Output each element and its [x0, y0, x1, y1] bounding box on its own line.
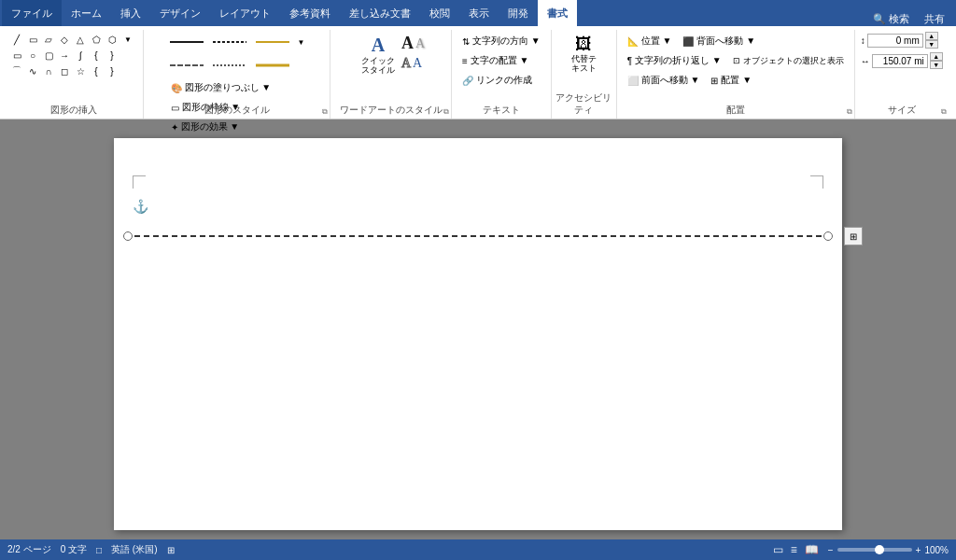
tab-mailings[interactable]: 差し込み文書: [340, 0, 420, 26]
wordart-A-shadow[interactable]: A: [415, 36, 425, 51]
shape-roundrect[interactable]: ▢: [41, 48, 56, 63]
text-link-btn[interactable]: 🔗 リンクの作成: [457, 71, 537, 90]
shape-arc[interactable]: ⌒: [9, 63, 24, 78]
shape-star[interactable]: ☆: [73, 63, 88, 78]
wordart-A-outline[interactable]: A: [401, 56, 411, 71]
align-icon: ⊞: [710, 76, 718, 86]
quickstyle-button[interactable]: A クイックスタイル: [357, 32, 400, 77]
view-mode-web[interactable]: ≡: [791, 543, 797, 556]
tab-insert[interactable]: 挿入: [111, 0, 150, 26]
height-icon: ↕: [861, 35, 865, 46]
shape-circle[interactable]: ○: [25, 48, 40, 63]
align-btn[interactable]: ⊞ 配置 ▼: [706, 71, 756, 90]
group-shape-style-label: 図形のスタイル: [144, 105, 330, 117]
select-icon: ⊡: [733, 56, 740, 65]
shape-arrow[interactable]: →: [57, 48, 72, 63]
text-align-icon: ≡: [462, 56, 468, 66]
height-spin-down[interactable]: ▼: [925, 40, 938, 49]
width-spin-down[interactable]: ▼: [930, 61, 943, 69]
group-accessibility: 🖼 代替テキスト アクセシビリティ: [552, 30, 617, 119]
shape-brace4[interactable]: }: [105, 63, 120, 78]
fill-label: 図形の塗りつぶし ▼: [185, 81, 272, 94]
shape-diamond[interactable]: ◇: [57, 32, 72, 47]
tab-developer[interactable]: 開発: [499, 0, 538, 26]
style-line-2[interactable]: [209, 32, 250, 52]
shape-rect[interactable]: ▭: [25, 32, 40, 47]
ribbon-content: ╱ ▭ ▱ ◇ △ ⬠ ⬡ ▼ ▭ ○ ▢ → ∫ { }: [0, 26, 956, 119]
wordart-A-fill[interactable]: A: [413, 56, 422, 71]
back-btn[interactable]: ⬜ 前面へ移動 ▼: [623, 71, 705, 90]
shape-wave[interactable]: ∿: [25, 63, 40, 78]
select-label: オブジェクトの選択と表示: [743, 55, 844, 67]
width-spin-up[interactable]: ▲: [930, 52, 943, 61]
style-line-1[interactable]: [166, 32, 207, 52]
line-handle-right[interactable]: [823, 231, 833, 241]
zoom-out[interactable]: −: [828, 545, 834, 555]
fill-button[interactable]: 🎨 図形の塗りつぶし ▼: [166, 78, 276, 97]
tab-view[interactable]: 表示: [459, 0, 499, 26]
style-line-5[interactable]: [209, 55, 250, 76]
shape-brace[interactable]: {: [89, 48, 104, 63]
group-size: ↕ ▲ ▼ ↔ ▲ ▼ サイズ ⧉: [855, 30, 949, 119]
shape-pentagon[interactable]: ⬠: [89, 32, 104, 47]
shape-rect3[interactable]: ▭: [9, 48, 24, 63]
shape-callout[interactable]: ◻: [57, 63, 72, 78]
tab-references[interactable]: 参考資料: [280, 0, 340, 26]
group-shape-style-expand[interactable]: ⧉: [322, 107, 328, 117]
effect-button[interactable]: ✦ 図形の効果 ▼: [166, 118, 276, 136]
wordart-A-large[interactable]: A: [401, 34, 414, 53]
shape-expand[interactable]: ▼: [120, 32, 135, 47]
style-expand[interactable]: ▼: [295, 32, 308, 52]
position-btn[interactable]: 📐 位置 ▼: [623, 32, 677, 50]
shape-brace3[interactable]: {: [89, 63, 104, 78]
height-spin-up[interactable]: ▲: [925, 32, 938, 40]
width-input[interactable]: [872, 54, 928, 68]
wrap-btn[interactable]: ¶ 文字列の折り返し ▼: [623, 51, 726, 70]
style-line-3[interactable]: [252, 32, 293, 52]
shape-rect2[interactable]: ▱: [41, 32, 56, 47]
share-button[interactable]: 共有: [915, 12, 954, 26]
group-shape-insert: ╱ ▭ ▱ ◇ △ ⬠ ⬡ ▼ ▭ ○ ▢ → ∫ { }: [4, 30, 144, 119]
tab-layout[interactable]: レイアウト: [210, 0, 280, 26]
tab-format[interactable]: 書式: [538, 0, 577, 26]
alt-text-btn[interactable]: 🖼 代替テキスト: [565, 32, 602, 76]
wrap-label: 文字列の折り返し ▼: [635, 54, 722, 67]
zoom-track[interactable]: [837, 548, 912, 552]
tab-design[interactable]: デザイン: [150, 0, 210, 26]
style-line-4[interactable]: [166, 55, 207, 76]
view-mode-print[interactable]: ▭: [773, 543, 783, 556]
front-btn[interactable]: ⬛ 背面へ移動 ▼: [678, 32, 760, 50]
zoom-thumb[interactable]: [875, 545, 884, 554]
group-size-expand[interactable]: ⧉: [941, 107, 947, 117]
tab-review[interactable]: 校閲: [420, 0, 459, 26]
text-link-label: リンクの作成: [476, 74, 532, 87]
group-arrange-expand[interactable]: ⧉: [847, 107, 852, 117]
search-box-area: 🔍 検索: [867, 12, 915, 26]
group-text-label: テキスト: [452, 105, 551, 117]
text-direction-btn[interactable]: ⇅ 文字列の方向 ▼: [457, 32, 545, 50]
quickstyle-icon: A: [372, 35, 385, 56]
dashed-line-container[interactable]: [123, 231, 833, 241]
wrap-icon: ¶: [627, 56, 632, 66]
style-line-6[interactable]: [252, 55, 293, 76]
group-shape-style: ▼ 🎨 図形の塗りつぶし ▼: [144, 30, 330, 119]
group-wordart-expand[interactable]: ⧉: [443, 107, 449, 117]
shape-triangle[interactable]: △: [73, 32, 88, 47]
shape-brace2[interactable]: }: [105, 48, 120, 63]
text-align-btn[interactable]: ≡ 文字の配置 ▼: [457, 51, 534, 70]
select-btn[interactable]: ⊡ オブジェクトの選択と表示: [728, 51, 849, 70]
dashed-line[interactable]: [134, 235, 822, 237]
view-mode-read[interactable]: 📖: [805, 543, 819, 556]
zoom-in[interactable]: +: [916, 545, 921, 555]
shape-heart[interactable]: ∩: [41, 63, 56, 78]
width-row: ↔ ▲ ▼: [861, 52, 943, 69]
height-input[interactable]: [867, 34, 923, 48]
tab-home[interactable]: ホーム: [62, 0, 111, 26]
tab-file[interactable]: ファイル: [2, 0, 62, 26]
shape-curve[interactable]: ∫: [73, 48, 88, 63]
shape-line[interactable]: ╱: [9, 32, 24, 47]
shape-hex[interactable]: ⬡: [105, 32, 120, 47]
layout-options-icon[interactable]: ⊞: [844, 227, 863, 245]
line-handle-left[interactable]: [123, 231, 133, 241]
app-window: ファイル ホーム 挿入 デザイン レイアウト 参考資料 差し込み文書 校閲 表示…: [0, 0, 956, 560]
